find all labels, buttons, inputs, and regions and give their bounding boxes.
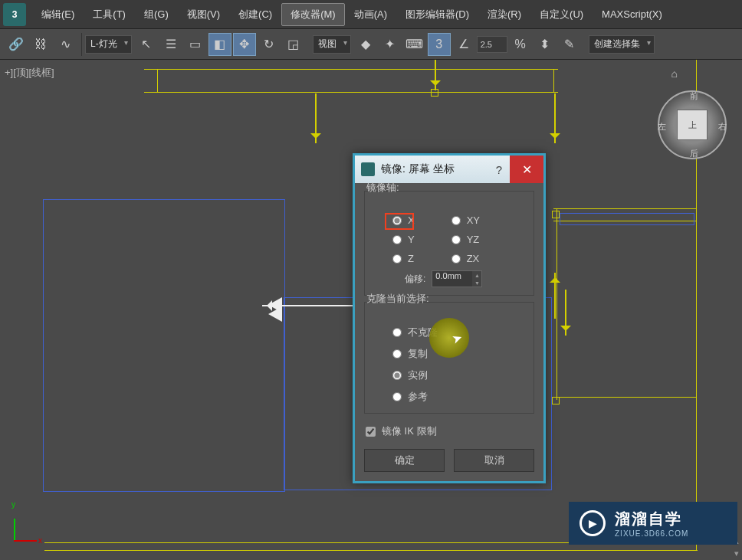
spinner-icon: ⬍: [540, 38, 550, 51]
spinner-snap-button[interactable]: ⬍: [534, 33, 556, 56]
dialog-icon: [361, 162, 375, 176]
link-button[interactable]: 🔗: [5, 33, 28, 56]
axis-gizmo: y x: [14, 511, 44, 542]
menu-tools[interactable]: 工具(T): [84, 3, 135, 26]
named-selection-dropdown[interactable]: 创建选择集: [589, 35, 655, 54]
snap-3d-button[interactable]: 3: [428, 33, 451, 56]
help-button[interactable]: ?: [488, 156, 510, 183]
viewcube-west[interactable]: 左: [658, 121, 666, 133]
move-icon: ✥: [239, 38, 249, 51]
rect-icon: ▭: [189, 38, 201, 51]
coord-system-dropdown[interactable]: 视图: [313, 35, 351, 54]
viewcube-east[interactable]: 右: [718, 121, 727, 133]
close-button[interactable]: ✕: [510, 156, 543, 183]
radio-clone-copy[interactable]: 复制: [389, 345, 524, 362]
menu-customize[interactable]: 自定义(U): [530, 3, 593, 26]
menu-modifiers[interactable]: 修改器(M): [281, 3, 345, 26]
radio-clone-instance[interactable]: 实例: [389, 367, 524, 384]
scale-button[interactable]: ◲: [282, 33, 305, 56]
wire-line: [144, 92, 558, 93]
handle-icon: [431, 89, 438, 97]
handle-icon: [552, 211, 560, 218]
wire-line: [144, 69, 558, 70]
selection-rect: [560, 213, 694, 225]
menu-edit[interactable]: 编辑(E): [32, 3, 84, 26]
menu-create[interactable]: 创建(C): [229, 3, 281, 26]
manip-icon: ✦: [385, 38, 395, 51]
rotate-icon: ↻: [264, 38, 274, 51]
radio-axis-y[interactable]: Y: [389, 232, 418, 247]
angle-snap-button[interactable]: ∠: [452, 33, 475, 56]
keyboard-button[interactable]: ⌨: [403, 33, 426, 56]
bind-button[interactable]: ∿: [54, 33, 77, 56]
unlink-button[interactable]: ⛓: [29, 33, 52, 56]
home-icon[interactable]: ⌂: [671, 67, 678, 80]
select-window-button[interactable]: ◧: [208, 33, 231, 56]
arrow-down-icon: [565, 290, 566, 336]
menu-bar: 3 编辑(E) 工具(T) 组(G) 视图(V) 创建(C) 修改器(M) 动画…: [0, 0, 742, 29]
percent-snap-button[interactable]: %: [509, 33, 532, 56]
radio-axis-yz[interactable]: YZ: [448, 232, 483, 247]
edit-named-button[interactable]: ✎: [558, 33, 581, 56]
move-button[interactable]: ✥: [233, 33, 256, 56]
menu-animation[interactable]: 动画(A): [345, 3, 396, 26]
group-label: 镜像轴:: [365, 181, 401, 195]
rotate-button[interactable]: ↻: [258, 33, 281, 56]
radio-clone-none[interactable]: 不克隆: [389, 324, 524, 341]
snap3d-icon: 3: [435, 38, 442, 51]
keyboard-icon: ⌨: [405, 38, 423, 51]
nav-down-icon[interactable]: ▾: [734, 549, 739, 558]
viewport-label[interactable]: +][顶][线框]: [5, 66, 54, 80]
menu-graph-editors[interactable]: 图形编辑器(D): [396, 3, 478, 26]
ok-button[interactable]: 确定: [364, 449, 445, 472]
pivot-button[interactable]: ◆: [354, 33, 377, 56]
link-icon: 🔗: [8, 38, 24, 51]
offset-input[interactable]: 0.0mm ▲▼: [432, 270, 482, 287]
mirror-dialog: 镜像: 屏幕 坐标 ? ✕ 镜像轴: X Y Z XY YZ ZX 偏移:: [353, 153, 546, 483]
cancel-button[interactable]: 取消: [454, 449, 534, 472]
arrow-left-head-icon: [261, 306, 282, 322]
spinner-down-icon[interactable]: ▼: [472, 279, 481, 287]
mirror-axis-group: 镜像轴: X Y Z XY YZ ZX 偏移: 0.0mm ▲▼: [364, 191, 534, 296]
radio-axis-zx[interactable]: ZX: [448, 251, 483, 266]
arrow-down-icon: [554, 93, 556, 143]
bind-icon: ∿: [61, 38, 71, 51]
pivot-icon: ◆: [361, 38, 370, 51]
mirror-ik-checkbox[interactable]: 镜像 IK 限制: [364, 420, 534, 443]
selection-filter-dropdown[interactable]: L-灯光: [85, 35, 132, 54]
group-label: 克隆当前选择:: [365, 292, 431, 306]
wire-line: [44, 550, 698, 551]
wire-line: [553, 208, 696, 209]
axis-y-label: y: [11, 500, 15, 509]
percent-icon: %: [515, 38, 526, 51]
scale-icon: ◲: [287, 38, 299, 51]
manip-button[interactable]: ✦: [379, 33, 402, 56]
play-icon: ▶: [579, 510, 606, 536]
radio-axis-xy[interactable]: XY: [448, 213, 483, 228]
unlink-icon: ⛓: [34, 38, 47, 51]
watermark: ▶ 溜溜自学 ZIXUE.3D66.COM: [569, 502, 737, 545]
dialog-titlebar[interactable]: 镜像: 屏幕 坐标 ? ✕: [355, 156, 543, 183]
angle-value[interactable]: 2.5: [477, 36, 507, 53]
viewcube-face[interactable]: 上: [677, 110, 708, 140]
watermark-url: ZIXUE.3D66.COM: [615, 529, 688, 538]
menu-rendering[interactable]: 渲染(R): [478, 3, 530, 26]
wire-line: [556, 208, 557, 400]
viewcube-north[interactable]: 前: [690, 90, 698, 102]
arrow-down-icon: [435, 60, 436, 90]
app-logo[interactable]: 3: [3, 3, 26, 26]
dialog-title: 镜像: 屏幕 坐标: [381, 162, 488, 176]
select-rect-button[interactable]: ▭: [184, 33, 207, 56]
menu-view[interactable]: 视图(V): [178, 3, 229, 26]
menu-group[interactable]: 组(G): [135, 3, 178, 26]
select-button[interactable]: ↖: [135, 33, 158, 56]
menu-maxscript[interactable]: MAXScript(X): [593, 4, 671, 25]
view-cube[interactable]: 上 前 后 左 右: [658, 90, 727, 159]
radio-axis-x[interactable]: X: [389, 213, 418, 228]
radio-axis-z[interactable]: Z: [389, 251, 418, 266]
select-name-button[interactable]: ☰: [159, 33, 182, 56]
spinner-up-icon[interactable]: ▲: [472, 271, 481, 279]
radio-clone-reference[interactable]: 参考: [389, 388, 524, 405]
main-toolbar: 🔗 ⛓ ∿ L-灯光 ↖ ☰ ▭ ◧ ✥ ↻ ◲ 视图 ◆ ✦ ⌨ 3 ∠ 2.…: [0, 29, 742, 60]
viewcube-south[interactable]: 后: [690, 148, 698, 159]
